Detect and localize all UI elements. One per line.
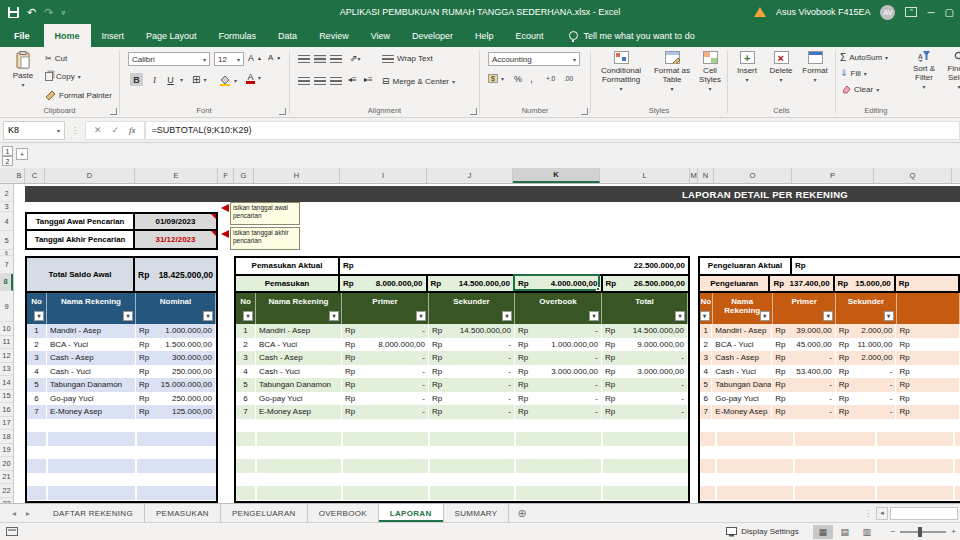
row-header[interactable]: 13 [0, 363, 13, 377]
row-header[interactable]: 16 [0, 403, 13, 417]
column-header[interactable]: O [714, 168, 792, 183]
row-header[interactable]: 18 [0, 430, 13, 444]
ribbon-tab[interactable]: Review [308, 24, 360, 47]
percent-style-button[interactable]: % [514, 74, 522, 84]
find-select-button[interactable]: Find & Select▾ [942, 51, 960, 91]
column-header[interactable]: G [234, 168, 254, 183]
display-settings-button[interactable]: Display Settings [726, 527, 798, 537]
ribbon-display-options-icon[interactable]: ⌃ [905, 7, 917, 17]
page-layout-view-button[interactable]: ▤ [835, 525, 855, 539]
clear-button[interactable]: Clear▾ [840, 84, 879, 94]
font-dialog-launcher[interactable] [279, 108, 286, 115]
pemasukan-row[interactable]: 6 Go-pay Yuci Rp- Rp- Rp- Rp- [236, 392, 688, 406]
header-total[interactable]: Total▾ [602, 293, 688, 324]
pengeluaran-row[interactable]: 3 Cash - Asep Rp- Rp2.000,00 Rp [700, 351, 960, 365]
row-header[interactable]: 21 [0, 471, 13, 485]
pemasukan-row[interactable]: 4 Cash - Yuci Rp- Rp- Rp3.000.000,00 Rp3… [236, 365, 688, 379]
autosum-button[interactable]: ΣAutoSum▾ [840, 52, 888, 63]
header-nama-rekening[interactable]: Nama Rekening▾ [713, 293, 773, 324]
insert-function-icon[interactable]: fx [129, 125, 136, 135]
font-color-button[interactable]: A▾ [246, 72, 261, 84]
header-nama-rekening[interactable]: Nama Rekening▾ [256, 293, 342, 324]
formula-input[interactable]: =SUBTOTAL(9;K10:K29) [145, 121, 960, 140]
undo-icon[interactable]: ↶ [27, 7, 36, 18]
name-box[interactable]: K8▾ [3, 121, 65, 140]
outline-level-2-button[interactable]: 2 [2, 156, 13, 166]
decrease-decimal-button[interactable]: .00 [564, 75, 573, 82]
paste-button[interactable]: Paste▾ [6, 51, 40, 89]
saldo-value-cell[interactable]: Rp18.425.000,00 [135, 258, 216, 291]
row-header[interactable]: 10 [0, 322, 13, 336]
scrollbar-track[interactable] [890, 507, 958, 520]
align-left-icon[interactable] [298, 77, 310, 85]
alignment-dialog-launcher[interactable] [470, 108, 477, 115]
font-size-select[interactable]: 12▾ [214, 52, 244, 66]
filter-button[interactable]: ▾ [243, 311, 253, 321]
format-as-table-button[interactable]: Format as Table▾ [651, 51, 693, 93]
saldo-row[interactable]: 4 Cash - Yuci Rp250.000,00 [27, 365, 216, 379]
sort-filter-button[interactable]: AZ Sort & Filter▾ [908, 51, 940, 91]
row-header[interactable]: 2 [0, 186, 13, 202]
borders-button[interactable]: ⊞▾ [192, 74, 206, 85]
column-header[interactable]: M [690, 168, 698, 183]
avatar[interactable]: AV [880, 5, 895, 20]
pemasukan-row[interactable]: 1 Mandiri - Asep Rp- Rp14.500.000,00 Rp-… [236, 324, 688, 338]
header-nominal[interactable]: Nominal▾ [136, 293, 216, 324]
start-date-cell[interactable]: 01/09/2023 [135, 214, 216, 229]
column-header[interactable]: K [513, 168, 600, 183]
pengeluaran-sekunder-total[interactable]: Rp15.000,00 [835, 276, 896, 292]
italic-button[interactable]: I [148, 73, 161, 86]
tell-me-box[interactable]: Tell me what you want to do [569, 24, 695, 47]
header-sekunder[interactable]: Sekunder▾ [836, 293, 896, 324]
row-header[interactable]: 17 [0, 417, 13, 431]
sheet-tab[interactable]: DAFTAR REKENING [42, 504, 145, 522]
header-sekunder[interactable]: Sekunder▾ [429, 293, 515, 324]
pemasukan-title-cell[interactable]: Pemasukan Aktual [236, 258, 340, 274]
pengeluaran-total-cell[interactable]: Rp [792, 258, 960, 274]
sheet-tab[interactable]: PENGELUARAN [221, 504, 308, 522]
maximize-button[interactable]: ▢ [945, 7, 954, 18]
ribbon-tab[interactable]: Help [464, 24, 505, 47]
tab-file[interactable]: File [0, 24, 44, 47]
pengeluaran-row[interactable]: 5 Tabungan Danamon Rp- Rp- Rp [700, 378, 960, 392]
row-header[interactable]: 4 [0, 212, 13, 231]
zoom-slider-thumb[interactable] [918, 527, 922, 537]
align-center-icon[interactable] [314, 77, 326, 85]
row-header[interactable]: 14 [0, 376, 13, 390]
delete-cells-button[interactable]: × Delete▾ [766, 51, 796, 84]
filter-button[interactable]: ▾ [203, 311, 213, 321]
sheet-tab[interactable]: SUMMARY [444, 504, 510, 522]
number-format-select[interactable]: Accounting▾ [488, 52, 580, 66]
row-header[interactable]: 15 [0, 390, 13, 404]
header-clipped[interactable] [897, 293, 960, 324]
header-overbook[interactable]: Overbook▾ [515, 293, 602, 324]
pemasukan-overbook-total[interactable]: Rp4.000.000,00 [515, 276, 603, 292]
filter-button[interactable]: ▾ [34, 311, 44, 321]
row-header[interactable]: 9 [0, 291, 13, 322]
ribbon-tab[interactable]: Page Layout [135, 24, 208, 47]
pemasukan-row[interactable]: 7 E-Money Asep Rp- Rp- Rp- Rp- [236, 405, 688, 419]
saldo-row[interactable]: 3 Cash - Asep Rp300.000,00 [27, 351, 216, 365]
saldo-row[interactable]: 6 Go-pay Yuci Rp250.000,00 [27, 392, 216, 406]
pengeluaran-subtitle-cell[interactable]: Pengeluaran [700, 276, 770, 292]
ribbon-tab[interactable]: Home [44, 24, 91, 47]
sheet-tab[interactable]: LAPORAN [379, 504, 444, 522]
header-primer[interactable]: Primer▾ [342, 293, 429, 324]
scroll-left-icon[interactable]: ◂ [876, 507, 888, 520]
ribbon-tab[interactable]: Developer [401, 24, 464, 47]
row-header[interactable]: 8 [0, 274, 13, 292]
row-header[interactable]: 11 [0, 336, 13, 350]
fill-button[interactable]: ⇓Fill▾ [840, 68, 867, 78]
filter-button[interactable]: ▾ [329, 311, 339, 321]
header-primer[interactable]: Primer▾ [773, 293, 836, 324]
format-painter-button[interactable]: Format Painter [45, 90, 112, 101]
saldo-row[interactable]: 1 Mandiri - Asep Rp1.000.000,00 [27, 324, 216, 338]
filter-button[interactable]: ▾ [502, 311, 512, 321]
ribbon-tab[interactable]: Insert [91, 24, 136, 47]
insert-cells-button[interactable]: + Insert▾ [732, 51, 762, 84]
pemasukan-row[interactable]: 2 BCA - Yuci Rp8.000.000,00 Rp- Rp1.000.… [236, 338, 688, 352]
saldo-row[interactable]: 2 BCA - Yuci Rp1.500.000,00 [27, 338, 216, 352]
accessibility-icon[interactable] [6, 527, 18, 536]
decrease-indent-icon[interactable]: ◂≡ [348, 75, 357, 84]
filter-button[interactable]: ▾ [123, 311, 133, 321]
